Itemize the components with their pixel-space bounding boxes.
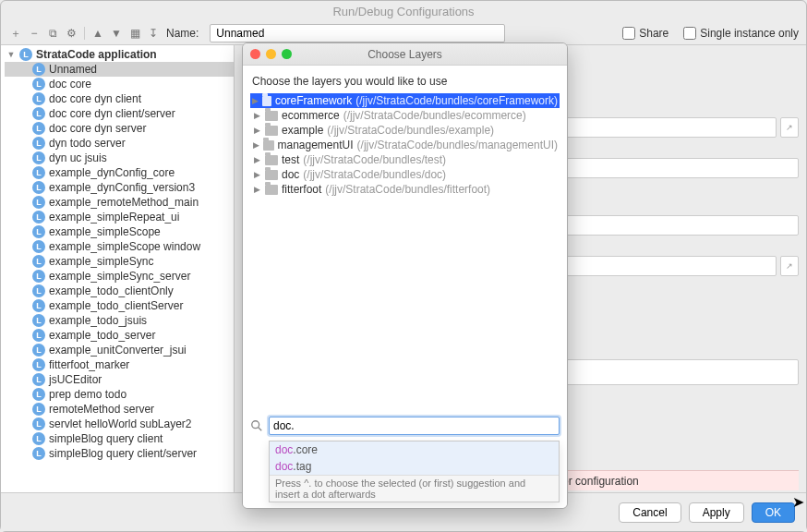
add-icon[interactable]: ＋ [8,26,23,41]
suggestion-match: doc [275,460,293,473]
layer-icon: L [32,211,45,224]
config-tree[interactable]: ▼ L StrataCode application LUnnamedLdoc … [1,45,235,494]
tree-item[interactable]: Lexample_simpleScope window [5,239,234,254]
layer-icon: L [32,255,45,268]
folder-icon [265,111,278,121]
tree-item[interactable]: Ldoc core [5,77,234,91]
layer-name: fitterfoot [282,183,321,196]
folder-icon [265,185,278,195]
tree-item-label: simpleBlog query client [49,432,163,445]
expand-icon[interactable]: ↗ [780,256,799,276]
chevron-right-icon[interactable]: ▶ [252,185,261,194]
tree-item-label: prep demo todo [49,388,126,401]
tree-item[interactable]: LjsUCEditor [5,372,234,387]
tree-item[interactable]: Lexample_todo_jsuis [5,313,234,328]
tree-item[interactable]: Lexample_remoteMethod_main [5,195,234,210]
tree-item[interactable]: Lexample_todo_server [5,328,234,343]
layer-row[interactable]: ▶ test (/jjv/StrataCode/bundles/test) [250,152,560,167]
chevron-right-icon[interactable]: ▶ [252,140,259,150]
tree-item-label: example_todo_clientServer [49,299,183,312]
down-icon[interactable]: ▼ [109,26,124,41]
layer-icon: L [32,432,45,445]
tree-item[interactable]: Ldoc core dyn client [5,91,234,106]
layer-row[interactable]: ▶ coreFramework (/jjv/StrataCode/bundles… [250,93,560,108]
layer-row[interactable]: ▶ fitterfoot (/jjv/StrataCode/bundles/fi… [250,182,560,197]
name-input[interactable] [210,24,505,42]
chevron-down-icon[interactable]: ▼ [6,50,16,59]
single-instance-checkbox-box[interactable] [683,27,696,40]
layer-list[interactable]: ▶ coreFramework (/jjv/StrataCode/bundles… [250,93,560,197]
tree-item[interactable]: Ldyn uc jsuis [5,151,234,165]
tree-item[interactable]: Lexample_simpleSync [5,254,234,269]
suggestion-match: doc [275,443,293,456]
tree-item-label: example_dynConfig_version3 [49,181,195,194]
autocomplete-item[interactable]: doc.tag [270,458,559,475]
up-icon[interactable]: ▲ [90,26,105,41]
tree-item[interactable]: Lfitterfoot_marker [5,357,234,372]
tree-item-label: example_simpleRepeat_ui [49,211,179,224]
tree-item[interactable]: Ldyn todo server [5,136,234,151]
tree-item[interactable]: LsimpleBlog query client [5,431,234,446]
expand-icon[interactable]: ↗ [780,117,799,138]
copy-icon[interactable]: ⧉ [45,26,60,41]
tree-item[interactable]: Lexample_dynConfig_core [5,165,234,180]
tree-item-label: example_dynConfig_core [49,166,175,179]
tree-item[interactable]: Lexample_dynConfig_version3 [5,180,234,195]
name-label: Name: [166,27,199,40]
tree-item-label: example_todo_clientOnly [49,284,174,297]
layer-path: (/jjv/StrataCode/bundles/ecommerce) [343,109,526,122]
tree-item[interactable]: Lexample_todo_clientOnly [5,284,234,298]
remove-icon[interactable]: − [27,26,42,41]
layer-icon: L [32,373,45,386]
layer-row[interactable]: ▶ ecommerce (/jjv/StrataCode/bundles/eco… [250,108,560,123]
layer-icon: L [32,151,45,164]
folder-icon [262,96,271,106]
tree-item[interactable]: Lprep demo todo [5,387,234,402]
autocomplete-item[interactable]: doc.core [270,441,559,458]
layer-row[interactable]: ▶ doc (/jjv/StrataCode/bundles/doc) [250,167,560,182]
apply-button[interactable]: Apply [689,502,744,523]
cursor-icon: ➤ [792,493,804,511]
layer-icon: L [32,196,45,209]
tree-item[interactable]: LremoteMethod server [5,402,234,417]
layer-icon: L [32,403,45,416]
layer-row[interactable]: ▶ example (/jjv/StrataCode/bundles/examp… [250,123,560,138]
tree-item[interactable]: LsimpleBlog query client/server [5,446,234,461]
layer-icon: L [32,225,45,238]
chevron-right-icon[interactable]: ▶ [252,111,261,120]
tree-parent-stratacode[interactable]: ▼ L StrataCode application [5,47,234,62]
tree-item[interactable]: Lexample_simpleSync_server [5,269,234,284]
tree-item[interactable]: Lexample_todo_clientServer [5,298,234,313]
svg-line-1 [259,428,262,431]
window-title: Run/Debug Configurations [1,1,806,22]
dialog-title: Choose Layers [243,48,567,61]
chevron-right-icon[interactable]: ▶ [252,96,259,105]
tree-item[interactable]: Lexample_simpleScope [5,224,234,239]
layer-path: (/jjv/StrataCode/bundles/managementUI) [357,139,558,151]
layer-icon: L [32,166,45,179]
ok-button[interactable]: OK [752,502,795,523]
chevron-right-icon[interactable]: ▶ [252,126,261,135]
share-checkbox[interactable]: Share [622,27,668,40]
tree-item[interactable]: LUnnamed [5,62,234,77]
tree-item[interactable]: Ldoc core dyn server [5,121,234,136]
single-instance-checkbox[interactable]: Single instance only [683,27,799,40]
chevron-right-icon[interactable]: ▶ [252,155,261,164]
settings-icon[interactable]: ⚙ [64,26,78,41]
tree-item[interactable]: Lservlet helloWorld subLayer2 [5,417,234,431]
layer-name: test [282,153,299,166]
layer-icon: L [32,122,45,135]
tree-item[interactable]: Ldoc core dyn client/server [5,106,234,121]
cancel-button[interactable]: Cancel [619,502,681,523]
layer-search-input[interactable] [269,417,560,435]
chevron-right-icon[interactable]: ▶ [252,170,261,179]
folder-icon[interactable]: ▦ [127,26,142,41]
tree-item[interactable]: Lexample_simpleRepeat_ui [5,210,234,224]
suggestion-rest: .core [293,443,318,456]
tree-item[interactable]: Lexample_unitConverter_jsui [5,343,234,357]
layer-row[interactable]: ▶ managementUI (/jjv/StrataCode/bundles/… [250,138,560,152]
collapse-icon[interactable]: ↧ [146,26,161,41]
search-icon [250,419,263,432]
choose-layers-dialog: Choose Layers Choose the layers you woul… [242,42,568,509]
share-checkbox-box[interactable] [622,27,635,40]
